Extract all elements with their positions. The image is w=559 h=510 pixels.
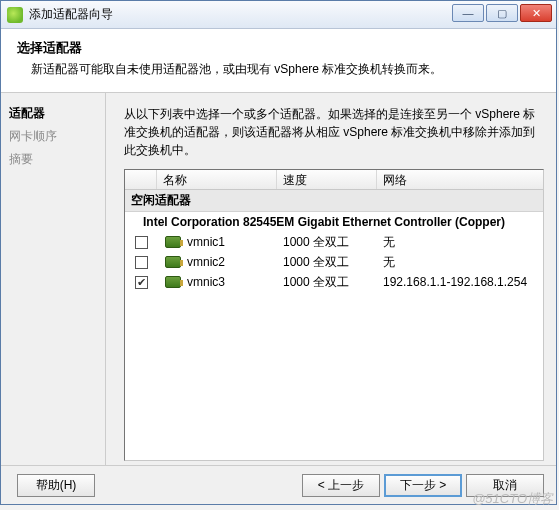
wizard-header: 选择适配器 新适配器可能取自未使用适配器池，或由现有 vSphere 标准交换机… (1, 29, 556, 93)
table-row[interactable]: vmnic1 1000 全双工 无 (125, 232, 543, 252)
adapter-list: 名称 速度 网络 空闲适配器 Intel Corporation 82545EM… (124, 169, 544, 461)
column-name[interactable]: 名称 (157, 170, 277, 189)
nic-name: vmnic3 (187, 275, 225, 289)
row-name-cell: vmnic3 (157, 275, 277, 289)
wizard-button-bar: 帮助(H) < 上一步 下一步 > 取消 (1, 465, 556, 505)
row-checkbox-cell (125, 236, 157, 249)
step-summary[interactable]: 摘要 (9, 151, 97, 168)
device-label: Intel Corporation 82545EM Gigabit Ethern… (125, 212, 543, 232)
row-speed-cell: 1000 全双工 (277, 254, 377, 271)
minimize-button[interactable]: — (452, 4, 484, 22)
instructions-text: 从以下列表中选择一个或多个适配器。如果选择的是连接至另一个 vSphere 标准… (124, 105, 544, 159)
row-speed-cell: 1000 全双工 (277, 234, 377, 251)
checkbox-vmnic2[interactable] (135, 256, 148, 269)
wizard-steps-sidebar: 适配器 网卡顺序 摘要 (1, 93, 106, 465)
row-checkbox-cell (125, 256, 157, 269)
next-button[interactable]: 下一步 > (384, 474, 462, 497)
wizard-window: 添加适配器向导 — ▢ ✕ 选择适配器 新适配器可能取自未使用适配器池，或由现有… (0, 0, 557, 505)
table-row[interactable]: vmnic3 1000 全双工 192.168.1.1-192.168.1.25… (125, 272, 543, 292)
list-header: 名称 速度 网络 (125, 170, 543, 190)
checkbox-vmnic1[interactable] (135, 236, 148, 249)
nic-icon (165, 256, 181, 268)
cancel-button[interactable]: 取消 (466, 474, 544, 497)
wizard-main: 从以下列表中选择一个或多个适配器。如果选择的是连接至另一个 vSphere 标准… (106, 93, 556, 465)
nic-name: vmnic1 (187, 235, 225, 249)
nic-icon (165, 276, 181, 288)
column-checkbox (125, 170, 157, 189)
step-nic-order[interactable]: 网卡顺序 (9, 128, 97, 145)
window-title: 添加适配器向导 (29, 6, 113, 23)
wizard-body: 适配器 网卡顺序 摘要 从以下列表中选择一个或多个适配器。如果选择的是连接至另一… (1, 93, 556, 465)
titlebar[interactable]: 添加适配器向导 — ▢ ✕ (1, 1, 556, 29)
column-speed[interactable]: 速度 (277, 170, 377, 189)
row-name-cell: vmnic1 (157, 235, 277, 249)
row-speed-cell: 1000 全双工 (277, 274, 377, 291)
column-network[interactable]: 网络 (377, 170, 543, 189)
row-network-cell: 无 (377, 254, 543, 271)
row-name-cell: vmnic2 (157, 255, 277, 269)
wizard-header-desc: 新适配器可能取自未使用适配器池，或由现有 vSphere 标准交换机转换而来。 (17, 61, 540, 78)
row-network-cell: 192.168.1.1-192.168.1.254 (377, 275, 543, 289)
help-button[interactable]: 帮助(H) (17, 474, 95, 497)
row-checkbox-cell (125, 276, 157, 289)
maximize-button[interactable]: ▢ (486, 4, 518, 22)
window-controls: — ▢ ✕ (450, 4, 552, 22)
row-network-cell: 无 (377, 234, 543, 251)
table-row[interactable]: vmnic2 1000 全双工 无 (125, 252, 543, 272)
step-adapter[interactable]: 适配器 (9, 105, 97, 122)
nic-icon (165, 236, 181, 248)
nic-name: vmnic2 (187, 255, 225, 269)
app-icon (7, 7, 23, 23)
back-button[interactable]: < 上一步 (302, 474, 380, 497)
wizard-header-title: 选择适配器 (17, 39, 540, 57)
close-button[interactable]: ✕ (520, 4, 552, 22)
checkbox-vmnic3[interactable] (135, 276, 148, 289)
group-idle-adapters: 空闲适配器 (125, 190, 543, 212)
